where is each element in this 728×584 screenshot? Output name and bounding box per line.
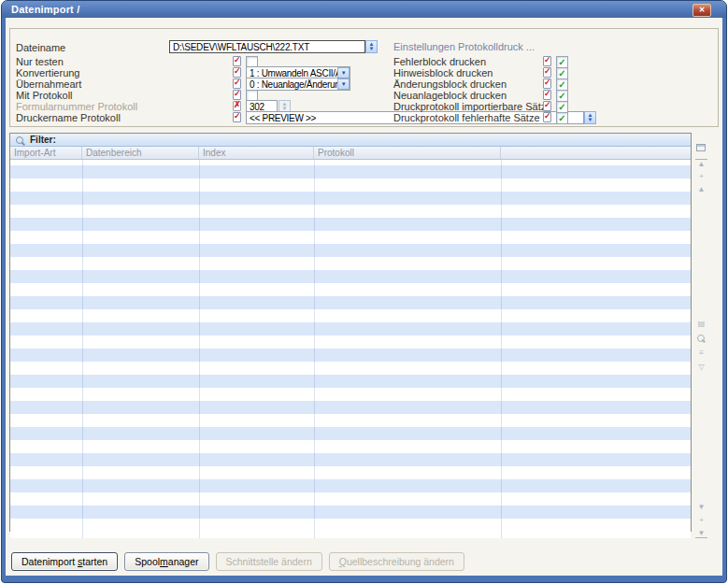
table-row[interactable] (10, 506, 691, 519)
edit-flag-icon[interactable] (543, 78, 551, 89)
dateiname-label: Dateiname (16, 42, 65, 53)
table-row[interactable] (10, 205, 691, 218)
close-button[interactable]: ✕ (692, 4, 711, 17)
aenderungsblock-label: Änderungsblock drucken (393, 78, 507, 90)
table-body[interactable] (10, 160, 691, 538)
table-row[interactable] (10, 427, 691, 440)
table-row[interactable] (10, 218, 691, 231)
column-header-extra[interactable] (501, 147, 691, 159)
move-up-icon[interactable]: + (695, 172, 707, 180)
uebernahmeart-dropdown[interactable]: 0 : Neuanlage/Änderung ▼ (246, 78, 350, 91)
search-icon (16, 136, 23, 144)
neuanlageblock-label: Neuanlageblock drucken (393, 90, 507, 101)
close-icon: ✕ (699, 7, 706, 14)
nur-testen-label: Nur testen (16, 56, 64, 67)
mit-protokoll-label: Mit Protokoll (16, 90, 73, 101)
fehlerblock-label: Fehlerblock drucken (393, 56, 486, 67)
spin-down-icon: ▼ (588, 118, 593, 122)
column-header-datenbereich[interactable]: Datenbereich (82, 147, 199, 159)
column-separator (314, 160, 315, 538)
table-row[interactable] (10, 296, 691, 309)
table-row[interactable] (10, 231, 691, 244)
konvertierung-label: Konvertierung (16, 67, 80, 78)
table-row[interactable] (10, 270, 691, 283)
table-row[interactable] (10, 414, 691, 427)
table-row[interactable] (10, 165, 691, 178)
table-row[interactable] (10, 375, 691, 388)
column-separator (501, 160, 502, 538)
column-header-index[interactable]: Index (199, 147, 314, 159)
uebernahmeart-label: Übernahmeart (16, 78, 81, 90)
dateiname-picker-button[interactable]: ▲▼ (365, 40, 378, 53)
table-row[interactable] (10, 362, 691, 375)
edit-flag-icon[interactable] (233, 90, 241, 100)
druckername-label: Druckername Protokoll (16, 112, 121, 123)
table-header-row: Import-Art Datenbereich Index Protokoll (10, 147, 691, 160)
scroll-to-top-icon[interactable]: ▲ (695, 159, 707, 168)
chevron-down-icon[interactable]: ▼ (337, 78, 350, 90)
hinweisblock-label: Hinweisblock drucken (393, 67, 492, 78)
column-header-import-art[interactable]: Import-Art (10, 147, 82, 159)
card-view-icon[interactable]: ▤ (695, 320, 707, 328)
table-row[interactable] (10, 440, 691, 453)
scroll-to-bottom-icon[interactable]: ▼ (695, 529, 707, 538)
table-row[interactable] (10, 178, 691, 192)
table-row[interactable] (10, 322, 691, 335)
column-separator (82, 160, 83, 538)
edit-flag-icon[interactable] (543, 56, 551, 66)
dateiname-input[interactable]: D:\SEDEV\WFLTAUSCH\222.TXT (169, 40, 365, 53)
filter-funnel-icon[interactable]: ▽ (695, 363, 707, 371)
table-row[interactable] (10, 453, 691, 466)
uebernahmeart-value: 0 : Neuanlage/Änderung (250, 79, 345, 90)
table-row[interactable] (10, 466, 691, 479)
table-row[interactable] (10, 388, 691, 401)
druckprotokoll-importierbar-label: Druckprotokoll importierbare Sätze (393, 101, 551, 112)
druckername-picker-button[interactable]: ▲▼ (584, 111, 596, 124)
druckprotokoll-fehlerhaft-checkbox[interactable]: ✓ (556, 112, 568, 124)
edit-flag-icon[interactable] (543, 112, 551, 122)
table-row[interactable] (10, 492, 691, 506)
konvertierung-value: 1 : Umwandeln ASCII/ANSI (250, 68, 350, 78)
edit-blocked-icon (233, 101, 241, 111)
sort-icon[interactable]: ≡ (695, 349, 707, 357)
button-row: Datenimport startenSpoolmanagerSchnittst… (11, 552, 464, 571)
spin-down-icon: ▼ (369, 47, 375, 51)
edit-flag-icon[interactable] (233, 112, 241, 122)
edit-flag-icon[interactable] (543, 67, 551, 78)
table-row[interactable] (10, 479, 691, 492)
table-row[interactable] (10, 283, 691, 296)
start-import-button[interactable]: Datenimport starten (11, 552, 118, 571)
druckprotokoll-fehlerhaft-label: Druckprotokoll fehlerhafte Sätze (393, 112, 540, 123)
window-title: Datenimport / (11, 4, 80, 15)
edit-flag-icon[interactable] (543, 90, 551, 100)
filter-bar[interactable]: Filter: (10, 134, 691, 147)
edit-flag-icon[interactable] (233, 67, 241, 78)
scroll-up-icon[interactable]: ▲ (695, 185, 707, 193)
change-source-description-button: Quellbeschreibung ändern (329, 552, 464, 571)
scroll-down-icon[interactable]: ▼ (695, 503, 707, 511)
table-row[interactable] (10, 519, 691, 532)
table-side-toolbar: ▲ + ▲ ▤ ≡ ▽ ▼ + ▼ (694, 133, 709, 532)
column-chooser-icon[interactable] (696, 144, 706, 151)
column-separator (199, 160, 200, 538)
table-row[interactable] (10, 309, 691, 322)
filter-label: Filter: (30, 135, 56, 145)
import-table: Filter: Import-Art Datenbereich Index Pr… (9, 133, 692, 532)
table-row[interactable] (10, 244, 691, 257)
window-titlebar[interactable]: Datenimport / (2, 1, 726, 18)
table-row[interactable] (10, 257, 691, 270)
edit-flag-icon[interactable] (233, 78, 241, 89)
protokolldruck-header-link[interactable]: Einstellungen Protokolldruck ... (393, 41, 535, 52)
table-row[interactable] (10, 192, 691, 205)
column-header-protokoll[interactable]: Protokoll (314, 147, 501, 159)
formularnummer-label: Formularnummer Protokoll (16, 101, 137, 112)
spoolmanager-button[interactable]: Spoolmanager (124, 552, 208, 571)
table-row[interactable] (10, 335, 691, 349)
search-icon[interactable] (697, 335, 705, 342)
table-row[interactable] (10, 349, 691, 362)
table-row[interactable] (10, 401, 691, 414)
edit-flag-icon[interactable] (543, 101, 551, 111)
edit-flag-icon[interactable] (233, 56, 241, 66)
move-down-icon[interactable]: + (695, 516, 707, 524)
import-settings-panel: Dateiname D:\SEDEV\WFLTAUSCH\222.TXT ▲▼ … (9, 28, 719, 127)
